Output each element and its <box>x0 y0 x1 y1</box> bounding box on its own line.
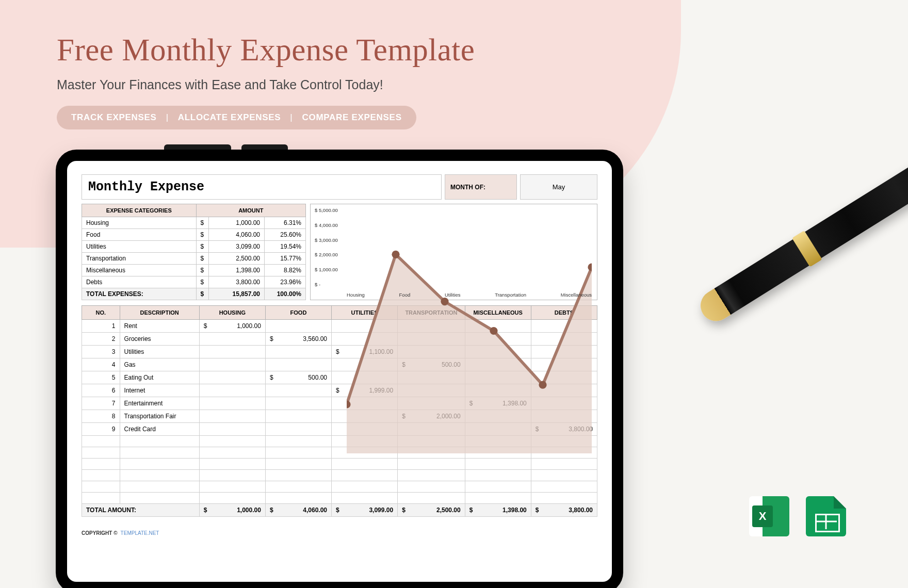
total-label: TOTAL EXPENSES: <box>82 288 197 300</box>
category-name[interactable]: Debts <box>82 276 197 288</box>
currency: $ <box>196 217 208 229</box>
category-name[interactable]: Utilities <box>82 241 197 253</box>
currency: $ <box>196 229 208 241</box>
row-desc[interactable]: Gas <box>120 358 199 371</box>
category-amount[interactable]: 4,060.00 <box>208 229 264 241</box>
chart-plot <box>347 208 592 453</box>
category-amount[interactable]: 3,800.00 <box>208 276 264 288</box>
total-row: TOTAL AMOUNT:$1,000.00$4,060.00$3,099.00… <box>82 504 597 517</box>
category-name[interactable]: Food <box>82 229 197 241</box>
total-cell: $2,500.00 <box>398 504 465 517</box>
total-cell: $3,800.00 <box>531 504 597 517</box>
total-pct: 100.00% <box>265 288 306 300</box>
category-name[interactable]: Transportation <box>82 253 197 265</box>
table-row-blank <box>82 459 597 470</box>
row-desc[interactable]: Utilities <box>120 346 199 358</box>
cell-empty[interactable] <box>199 333 265 346</box>
tag-separator: | <box>166 112 169 123</box>
row-desc[interactable]: Transportation Fair <box>120 410 199 423</box>
row-no: 7 <box>82 397 120 410</box>
category-pct: 19.54% <box>265 241 306 253</box>
category-pct: 25.60% <box>265 229 306 241</box>
table-row-blank <box>82 493 597 504</box>
cell-empty[interactable] <box>265 384 331 397</box>
row-no: 2 <box>82 333 120 346</box>
category-amount[interactable]: 3,099.00 <box>208 241 264 253</box>
cell-empty[interactable] <box>265 410 331 423</box>
detail-header: HOUSING <box>199 306 265 320</box>
cell-empty[interactable] <box>265 423 331 436</box>
pen-decoration <box>695 148 908 327</box>
row-desc[interactable]: Entertainment <box>120 397 199 410</box>
row-no: 4 <box>82 358 120 371</box>
month-value[interactable]: May <box>520 174 597 200</box>
chart-y-axis: $ 5,000.00$ 4,000.00$ 3,000.00$ 2,000.00… <box>315 207 345 287</box>
svg-point-5 <box>588 263 592 271</box>
cell-empty[interactable] <box>265 397 331 410</box>
svg-point-4 <box>539 381 546 389</box>
row-desc[interactable]: Internet <box>120 384 199 397</box>
tag-track: TRACK EXPENSES <box>71 112 157 123</box>
y-tick: $ 2,000.00 <box>315 252 345 257</box>
x-tick: Transportation <box>495 292 526 298</box>
copyright-link[interactable]: TEMPLATE.NET <box>121 530 159 536</box>
cell-empty[interactable] <box>265 320 331 333</box>
category-name[interactable]: Miscellaneous <box>82 265 197 276</box>
x-tick: Utilities <box>445 292 461 298</box>
cell-amount[interactable]: $1,000.00 <box>199 320 265 333</box>
tag-separator: | <box>290 112 293 123</box>
total-label: TOTAL AMOUNT: <box>82 504 200 517</box>
category-pct: 15.77% <box>265 253 306 265</box>
app-icons <box>749 496 846 536</box>
cell-empty[interactable] <box>199 346 265 358</box>
cell-empty[interactable] <box>199 423 265 436</box>
cell-amount[interactable]: $500.00 <box>265 371 331 384</box>
category-amount[interactable]: 2,500.00 <box>208 253 264 265</box>
spreadsheet-screen: Monthly Expense MONTH OF: May EXPENSE CA… <box>67 161 612 582</box>
category-amount[interactable]: 1,000.00 <box>208 217 264 229</box>
category-pct: 6.31% <box>265 217 306 229</box>
excel-icon <box>749 496 789 536</box>
y-tick: $ 5,000.00 <box>315 207 345 213</box>
category-amount[interactable]: 1,398.00 <box>208 265 264 276</box>
cell-empty[interactable] <box>265 358 331 371</box>
sheet-title: Monthly Expense <box>82 174 442 200</box>
cell-empty[interactable] <box>199 384 265 397</box>
row-desc[interactable]: Groceries <box>120 333 199 346</box>
feature-tags: TRACK EXPENSES | ALLOCATE EXPENSES | COM… <box>57 106 416 129</box>
svg-point-2 <box>441 298 448 305</box>
detail-header: DESCRIPTION <box>120 306 199 320</box>
cell-empty[interactable] <box>265 346 331 358</box>
row-desc[interactable]: Rent <box>120 320 199 333</box>
sheet-title-row: Monthly Expense MONTH OF: May <box>82 174 597 200</box>
google-sheets-icon <box>806 496 846 536</box>
total-cell: $3,099.00 <box>332 504 398 517</box>
subtitle: Master Your Finances with Ease and Take … <box>57 77 475 92</box>
category-table: EXPENSE CATEGORIES AMOUNT Housing$1,000.… <box>82 204 306 300</box>
total-cell: $1,398.00 <box>465 504 531 517</box>
page-title: Free Monthly Expense Template <box>57 32 475 68</box>
table-row-blank <box>82 470 597 481</box>
row-no: 6 <box>82 384 120 397</box>
cell-empty[interactable] <box>199 371 265 384</box>
category-pct: 8.82% <box>265 265 306 276</box>
cell-empty[interactable] <box>199 410 265 423</box>
cell-empty[interactable] <box>199 358 265 371</box>
summary-row: EXPENSE CATEGORIES AMOUNT Housing$1,000.… <box>82 204 597 300</box>
month-label: MONTH OF: <box>445 174 517 200</box>
detail-header: FOOD <box>265 306 331 320</box>
cell-amount[interactable]: $3,560.00 <box>265 333 331 346</box>
row-no: 1 <box>82 320 120 333</box>
expense-chart: $ 5,000.00$ 4,000.00$ 3,000.00$ 2,000.00… <box>310 204 597 300</box>
row-desc[interactable]: Eating Out <box>120 371 199 384</box>
chart-x-axis: HousingFoodUtilitiesTransportationMiscel… <box>347 292 592 298</box>
y-tick: $ 1,000.00 <box>315 267 345 272</box>
row-no: 8 <box>82 410 120 423</box>
col-categories: EXPENSE CATEGORIES <box>82 204 197 217</box>
category-name[interactable]: Housing <box>82 217 197 229</box>
col-amount: AMOUNT <box>196 204 305 217</box>
cell-empty[interactable] <box>199 397 265 410</box>
detail-header: NO. <box>82 306 120 320</box>
total-amount: 15,857.00 <box>208 288 264 300</box>
row-desc[interactable]: Credit Card <box>120 423 199 436</box>
